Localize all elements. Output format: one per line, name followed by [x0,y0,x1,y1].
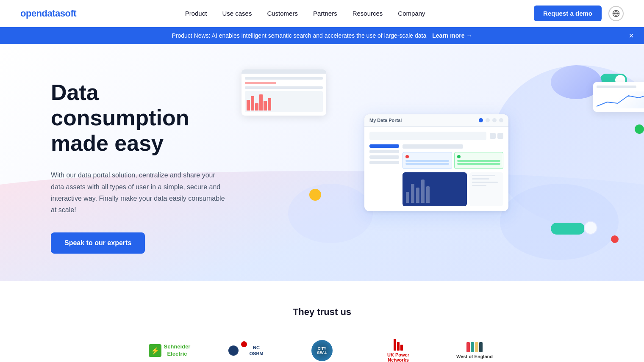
side-card-line-chart [597,91,644,108]
schneider-text: SchneiderElectric [164,343,191,358]
portal-icon-1 [490,133,496,139]
decor-green-dot [635,124,644,134]
language-switcher-button[interactable] [608,6,624,21]
city-seal-icon: CITYSEAL [311,340,333,361]
back-card-header [242,69,326,74]
back-card-body [242,74,326,116]
osbm-text: NCOSBM [250,345,264,357]
navbar-actions: Request a demo [534,6,624,21]
decor-teal-pill [551,223,585,235]
portal-sidebar [369,144,399,206]
portal-icon-row [490,133,503,139]
logo[interactable]: opendatasoft [20,8,76,19]
nav-resources[interactable]: Resources [353,10,383,17]
portal-window-buttons [479,118,503,122]
nav-use-cases[interactable]: Use cases [222,10,252,17]
hero-content: Data consumption made easy With our data… [0,46,263,279]
portal-cards [402,152,503,169]
portal-side-card [593,82,644,112]
announcement-learn-more-link[interactable]: Learn more → [432,32,472,39]
portal-btn-2 [486,118,490,122]
hero-illustration: My Data Portal [263,57,644,268]
portal-search-bar [369,132,486,140]
portal-window: My Data Portal [364,114,508,211]
announcement-bar: Product News: AI enables intelligent sem… [0,27,644,44]
trust-logos: ⚡ SchneiderElectric NCOSBM CITYSEAL [34,338,610,362]
nav-links: Product Use cases Customers Partners Res… [185,10,425,17]
navbar: opendatasoft Product Use cases Customers… [0,0,644,27]
nav-partners[interactable]: Partners [313,10,337,17]
portal-icon-2 [497,133,503,139]
portal-back-card [242,69,326,116]
portal-topbar [369,132,503,140]
decor-left-blob [288,184,373,243]
logo-uk-power: UK PowerNetworks [373,338,424,362]
portal-titlebar: My Data Portal [364,114,508,127]
ukpower-bars [394,339,403,351]
hero-title: Data consumption made easy [51,80,229,156]
hero-section: Data consumption made easy With our data… [0,44,644,281]
osbm-red-circle [241,341,247,347]
arrow-right-icon: → [466,32,472,39]
portal-btn-4 [499,118,503,122]
decor-yellow-dot [309,189,321,201]
portal-mockup: My Data Portal [364,114,508,211]
trust-section: They trust us ⚡ SchneiderElectric NCOSBM… [0,281,644,362]
portal-chart-row [402,172,503,206]
decor-lower-blob [500,184,619,260]
side-card-chart [597,91,644,108]
decor-white-circle [584,221,597,235]
portal-card-2 [454,152,504,169]
logo-schneider-electric: ⚡ SchneiderElectric [144,338,195,362]
portal-btn-3 [492,118,497,122]
portal-chart-big [402,172,467,206]
nav-customers[interactable]: Customers [267,10,298,17]
globe-icon [612,10,620,17]
nav-product[interactable]: Product [185,10,207,17]
logo-osbm: NCOSBM [220,338,271,362]
portal-card-1 [402,152,452,169]
decor-red-dot [611,235,619,243]
logo-data: data [42,8,60,19]
portal-btn-1 [479,118,483,122]
announcement-text: Product News: AI enables intelligent sem… [172,32,426,39]
logo-open: open [20,8,42,19]
ukpower-text: UK PowerNetworks [387,352,409,362]
portal-chart-small [469,172,503,206]
request-demo-button[interactable]: Request a demo [534,6,602,21]
speak-to-experts-button[interactable]: Speak to our experts [51,232,145,254]
logo-soft: soft [60,8,76,19]
westengland-text: West of England [456,354,493,359]
logo-city: CITYSEAL [297,338,347,362]
logo-west-england: West of England [449,338,500,362]
portal-content-row [369,144,503,206]
portal-window-title: My Data Portal [369,118,402,123]
portal-main-content [402,144,503,206]
osbm-circle-icon [228,345,239,356]
announcement-text-group: Product News: AI enables intelligent sem… [172,32,472,39]
hero-description: With our data portal solution, centraliz… [51,169,229,216]
nav-company[interactable]: Company [398,10,425,17]
schneider-icon: ⚡ [149,344,161,357]
westengland-color-bars [466,342,483,352]
announcement-close-button[interactable]: × [629,31,634,41]
portal-body [364,127,508,211]
trust-title: They trust us [34,307,610,318]
